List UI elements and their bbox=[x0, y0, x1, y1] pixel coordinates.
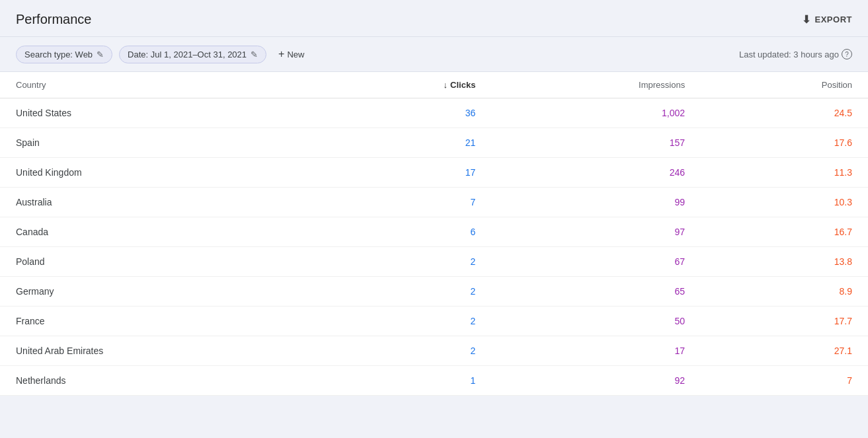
search-type-label: Search type: Web bbox=[24, 50, 93, 59]
column-header-country: Country bbox=[0, 72, 320, 98]
help-icon[interactable]: ? bbox=[842, 49, 852, 59]
cell-position: 8.9 bbox=[701, 277, 868, 307]
cell-country: Canada bbox=[0, 217, 320, 247]
download-icon: ⬇ bbox=[802, 13, 811, 26]
table-row: Poland26713.8 bbox=[0, 247, 868, 277]
cell-clicks: 36 bbox=[320, 98, 492, 128]
cell-clicks: 1 bbox=[320, 366, 492, 396]
cell-position: 17.7 bbox=[701, 307, 868, 336]
cell-impressions: 17 bbox=[491, 336, 701, 366]
edit-icon[interactable]: ✎ bbox=[251, 50, 258, 59]
cell-clicks: 2 bbox=[320, 277, 492, 307]
cell-country: Netherlands bbox=[0, 366, 320, 396]
table-container: Country ↓Clicks Impressions Position Uni… bbox=[0, 72, 868, 396]
cell-clicks: 17 bbox=[320, 158, 492, 188]
cell-position: 11.3 bbox=[701, 158, 868, 188]
table-row: United Kingdom1724611.3 bbox=[0, 158, 868, 188]
table-row: Canada69716.7 bbox=[0, 217, 868, 247]
cell-impressions: 67 bbox=[491, 247, 701, 277]
cell-impressions: 65 bbox=[491, 277, 701, 307]
cell-clicks: 21 bbox=[320, 128, 492, 158]
new-button[interactable]: + New bbox=[273, 45, 309, 63]
table-header-row: Country ↓Clicks Impressions Position bbox=[0, 72, 868, 98]
table-row: Germany2658.9 bbox=[0, 277, 868, 307]
cell-position: 13.8 bbox=[701, 247, 868, 277]
column-header-position[interactable]: Position bbox=[701, 72, 868, 98]
date-label: Date: Jul 1, 2021–Oct 31, 2021 bbox=[128, 50, 247, 59]
cell-impressions: 92 bbox=[491, 366, 701, 396]
cell-country: France bbox=[0, 307, 320, 336]
cell-clicks: 2 bbox=[320, 336, 492, 366]
page-title: Performance bbox=[16, 12, 92, 27]
cell-country: Spain bbox=[0, 128, 320, 158]
page-container: Performance ⬇ EXPORT Search type: Web ✎ … bbox=[0, 0, 868, 396]
table-row: Netherlands1927 bbox=[0, 366, 868, 396]
toolbar: Search type: Web ✎ Date: Jul 1, 2021–Oct… bbox=[0, 37, 868, 72]
column-header-impressions[interactable]: Impressions bbox=[491, 72, 701, 98]
export-button[interactable]: ⬇ EXPORT bbox=[802, 13, 852, 26]
table-row: Spain2115717.6 bbox=[0, 128, 868, 158]
cell-country: United Kingdom bbox=[0, 158, 320, 188]
cell-clicks: 7 bbox=[320, 188, 492, 217]
cell-country: Germany bbox=[0, 277, 320, 307]
cell-impressions: 246 bbox=[491, 158, 701, 188]
cell-impressions: 1,002 bbox=[491, 98, 701, 128]
cell-impressions: 99 bbox=[491, 188, 701, 217]
plus-icon: + bbox=[278, 48, 284, 60]
table-row: United States361,00224.5 bbox=[0, 98, 868, 128]
table-row: United Arab Emirates21727.1 bbox=[0, 336, 868, 366]
table-row: France25017.7 bbox=[0, 307, 868, 336]
column-header-clicks[interactable]: ↓Clicks bbox=[320, 72, 492, 98]
cell-position: 27.1 bbox=[701, 336, 868, 366]
cell-impressions: 50 bbox=[491, 307, 701, 336]
header: Performance ⬇ EXPORT bbox=[0, 0, 868, 37]
sort-arrow-icon: ↓ bbox=[444, 80, 448, 90]
cell-country: United Arab Emirates bbox=[0, 336, 320, 366]
edit-icon[interactable]: ✎ bbox=[97, 50, 104, 59]
cell-position: 17.6 bbox=[701, 128, 868, 158]
cell-impressions: 97 bbox=[491, 217, 701, 247]
cell-clicks: 6 bbox=[320, 217, 492, 247]
cell-country: United States bbox=[0, 98, 320, 128]
performance-table: Country ↓Clicks Impressions Position Uni… bbox=[0, 72, 868, 396]
cell-country: Poland bbox=[0, 247, 320, 277]
cell-position: 10.3 bbox=[701, 188, 868, 217]
cell-impressions: 157 bbox=[491, 128, 701, 158]
cell-position: 16.7 bbox=[701, 217, 868, 247]
cell-country: Australia bbox=[0, 188, 320, 217]
cell-clicks: 2 bbox=[320, 247, 492, 277]
table-row: Australia79910.3 bbox=[0, 188, 868, 217]
date-filter[interactable]: Date: Jul 1, 2021–Oct 31, 2021 ✎ bbox=[119, 46, 266, 63]
last-updated: Last updated: 3 hours ago ? bbox=[739, 49, 852, 59]
cell-position: 7 bbox=[701, 366, 868, 396]
search-type-filter[interactable]: Search type: Web ✎ bbox=[16, 46, 112, 63]
cell-clicks: 2 bbox=[320, 307, 492, 336]
cell-position: 24.5 bbox=[701, 98, 868, 128]
